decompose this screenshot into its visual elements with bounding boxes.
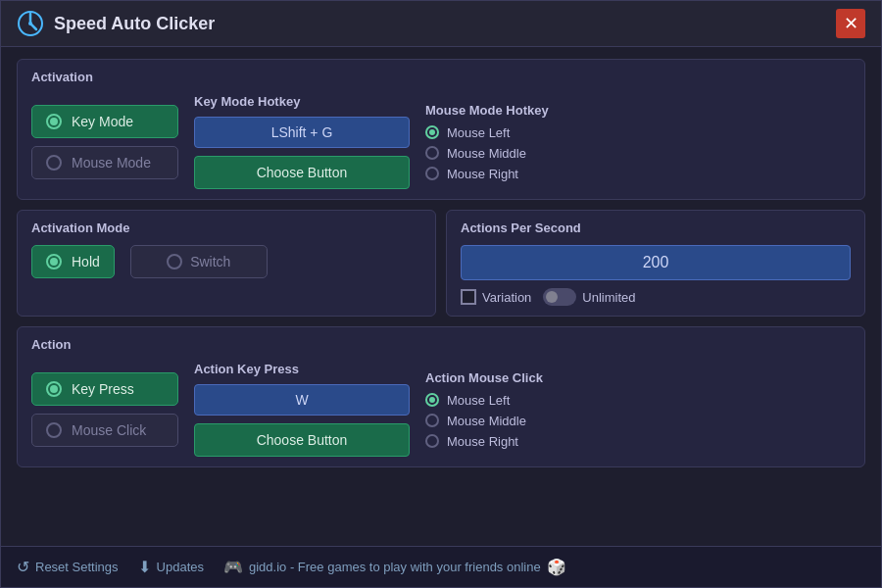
mouse-mode-button[interactable]: Mouse Mode xyxy=(31,146,178,179)
key-mode-choose-button[interactable]: Choose Button xyxy=(194,156,410,189)
mouse-mode-hotkey-group: Mouse Mode Hotkey Mouse Left Mouse Middl… xyxy=(425,103,602,181)
mode-radio-group: Key Mode Mouse Mode xyxy=(31,105,178,179)
action-mouse-click-group: Action Mouse Click Mouse Left Mouse Midd… xyxy=(425,370,602,449)
hold-button[interactable]: Hold xyxy=(31,245,115,278)
key-mode-hotkey-group: Key Mode Hotkey LShift + G Choose Button xyxy=(194,94,410,189)
switch-button[interactable]: Switch xyxy=(130,245,268,278)
variation-checkbox-item[interactable]: Variation xyxy=(461,289,531,305)
gidd-icon: 🎮 xyxy=(223,558,243,576)
key-mode-hotkey-title: Key Mode Hotkey xyxy=(194,94,410,109)
main-content: Activation Key Mode Mouse Mode Key Mode … xyxy=(1,47,881,546)
mouse-click-radio-circle xyxy=(46,422,62,438)
activation-mode-row: Hold Switch xyxy=(31,245,421,278)
close-button[interactable]: ✕ xyxy=(836,9,865,38)
unlimited-toggle[interactable] xyxy=(543,288,576,306)
reset-label: Reset Settings xyxy=(35,560,119,574)
updates-label: Updates xyxy=(157,560,204,574)
action-row: Key Press Mouse Click Action Key Press W… xyxy=(31,362,851,457)
key-press-button[interactable]: Key Press xyxy=(31,372,178,406)
activation-mode-section: Activation Mode Hold Switch xyxy=(17,210,436,317)
activation-row: Key Mode Mouse Mode Key Mode Hotkey LShi… xyxy=(31,94,851,189)
action-mouse-middle-option[interactable]: Mouse Middle xyxy=(425,414,602,428)
key-press-radio-circle xyxy=(46,381,62,397)
action-radio-group: Key Press Mouse Click xyxy=(31,372,178,447)
mouse-left-option[interactable]: Mouse Left xyxy=(425,125,602,140)
reset-settings-item[interactable]: ↺ Reset Settings xyxy=(17,558,119,576)
mouse-mode-label: Mouse Mode xyxy=(72,155,151,171)
title-bar: Speed Auto Clicker ✕ xyxy=(1,1,881,47)
aps-options: Variation Unlimited xyxy=(461,288,851,306)
hold-radio-circle xyxy=(46,254,62,270)
gidd-dice-icon: 🎲 xyxy=(547,558,566,576)
aps-title: Actions Per Second xyxy=(461,220,851,235)
key-mode-hotkey-value[interactable]: LShift + G xyxy=(194,117,410,148)
mouse-middle-label: Mouse Middle xyxy=(447,146,526,161)
mouse-middle-radio xyxy=(425,146,439,160)
updates-icon: ⬇ xyxy=(138,558,151,576)
mouse-right-radio xyxy=(425,167,439,180)
mouse-click-button[interactable]: Mouse Click xyxy=(31,414,178,447)
action-key-press-group: Action Key Press W Choose Button xyxy=(194,362,410,457)
action-choose-button[interactable]: Choose Button xyxy=(194,423,410,457)
window-title: Speed Auto Clicker xyxy=(54,14,215,34)
middle-row: Activation Mode Hold Switch Actions Per … xyxy=(17,210,865,317)
mouse-right-label: Mouse Right xyxy=(447,167,518,181)
mouse-middle-option[interactable]: Mouse Middle xyxy=(425,146,602,161)
key-mode-label: Key Mode xyxy=(72,114,133,129)
reset-icon: ↺ xyxy=(17,558,29,576)
title-bar-left: Speed Auto Clicker xyxy=(17,10,215,37)
aps-input[interactable] xyxy=(461,245,851,280)
action-mouse-left-radio xyxy=(425,393,439,407)
action-mouse-right-label: Mouse Right xyxy=(447,434,518,449)
gidd-label: gidd.io - Free games to play with your f… xyxy=(249,560,541,574)
aps-group: Variation Unlimited xyxy=(461,245,851,306)
activation-section: Activation Key Mode Mouse Mode Key Mode … xyxy=(17,59,865,200)
action-mouse-right-radio xyxy=(425,434,439,448)
action-section: Action Key Press Mouse Click Action Key … xyxy=(17,326,865,467)
updates-item[interactable]: ⬇ Updates xyxy=(138,558,204,576)
action-mouse-left-option[interactable]: Mouse Left xyxy=(425,393,602,408)
action-mouse-right-option[interactable]: Mouse Right xyxy=(425,434,602,449)
main-window: Speed Auto Clicker ✕ Activation Key Mode… xyxy=(0,0,882,588)
variation-checkbox[interactable] xyxy=(461,289,476,305)
action-mouse-middle-radio xyxy=(425,414,439,427)
action-key-press-title: Action Key Press xyxy=(194,362,410,376)
variation-label: Variation xyxy=(482,290,531,305)
activation-mode-title: Activation Mode xyxy=(31,220,421,235)
mouse-click-label: Mouse Click xyxy=(72,422,146,438)
activation-title: Activation xyxy=(31,70,851,84)
action-title: Action xyxy=(31,337,851,352)
mouse-mode-radio-circle xyxy=(46,155,62,171)
mouse-right-option[interactable]: Mouse Right xyxy=(425,167,602,181)
unlimited-label: Unlimited xyxy=(582,290,635,305)
key-mode-radio-circle xyxy=(46,114,62,129)
mouse-left-radio xyxy=(425,125,439,139)
action-mouse-click-title: Action Mouse Click xyxy=(425,370,602,385)
switch-label: Switch xyxy=(190,254,230,270)
hold-label: Hold xyxy=(72,254,100,270)
unlimited-checkbox-item[interactable]: Unlimited xyxy=(543,288,635,306)
action-key-value[interactable]: W xyxy=(194,384,410,416)
svg-point-1 xyxy=(28,22,32,25)
switch-radio-circle xyxy=(167,254,182,270)
footer: ↺ Reset Settings ⬇ Updates 🎮 gidd.io - F… xyxy=(1,546,881,587)
mouse-mode-hotkey-title: Mouse Mode Hotkey xyxy=(425,103,602,118)
key-mode-button[interactable]: Key Mode xyxy=(31,105,178,138)
gidd-item[interactable]: 🎮 gidd.io - Free games to play with your… xyxy=(223,558,566,576)
action-mouse-middle-label: Mouse Middle xyxy=(447,414,526,428)
action-mouse-left-label: Mouse Left xyxy=(447,393,510,408)
mouse-left-label: Mouse Left xyxy=(447,125,510,140)
aps-section: Actions Per Second Variation Unlimited xyxy=(446,210,865,317)
app-icon xyxy=(17,10,44,37)
key-press-label: Key Press xyxy=(72,381,134,397)
